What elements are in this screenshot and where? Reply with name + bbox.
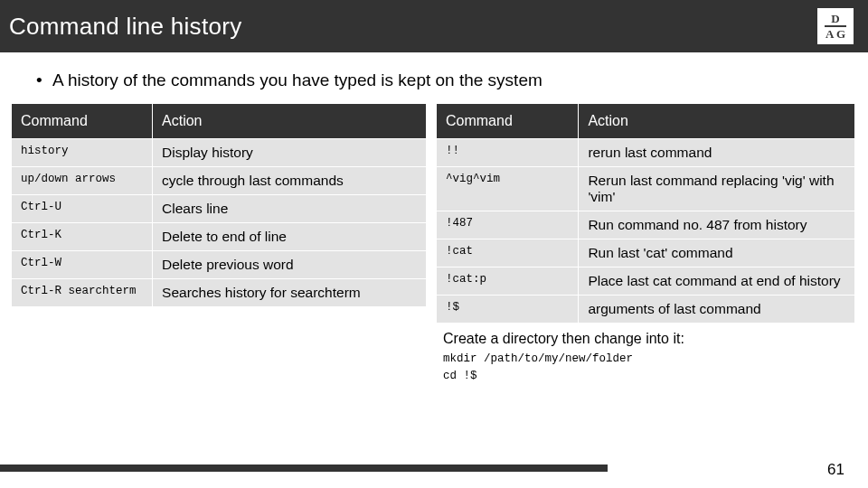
cell-command: !$ <box>437 296 579 324</box>
code-line: mkdir /path/to/my/new/folder <box>443 351 868 368</box>
right-table: Command Action !!rerun last command^vig^… <box>436 103 855 324</box>
left-tbody: historyDisplay historyup/down arrowscycl… <box>12 139 427 307</box>
table-row: !cat:pPlace last cat command at end of h… <box>437 267 855 296</box>
cell-action: Delete to end of line <box>153 223 427 251</box>
cell-action: arguments of last command <box>579 296 855 324</box>
th-action: Action <box>579 104 855 139</box>
cell-command: !! <box>437 139 579 167</box>
cell-action: Rerun last command replacing 'vig' with … <box>579 167 855 211</box>
logo-bottom: A G <box>826 28 845 40</box>
footer-bar <box>0 465 608 472</box>
logo-icon: D A G <box>817 8 854 44</box>
cell-action: Place last cat command at end of history <box>579 267 855 296</box>
table-row: Ctrl-KDelete to end of line <box>12 223 427 251</box>
tables-row: Command Action historyDisplay historyup/… <box>0 103 868 324</box>
table-row: !487Run command no. 487 from history <box>437 211 855 239</box>
cell-action: Run last 'cat' command <box>579 239 855 267</box>
left-table: Command Action historyDisplay historyup/… <box>11 103 427 307</box>
title-bar: Command line history D A G <box>0 0 868 52</box>
logo-top: D <box>831 13 839 24</box>
right-tbody: !!rerun last command^vig^vimRerun last c… <box>437 139 855 324</box>
th-command: Command <box>437 104 579 139</box>
table-row: Ctrl-R searchtermSearches history for se… <box>12 279 427 307</box>
cell-command: Ctrl-R searchterm <box>12 279 153 307</box>
cell-command: ^vig^vim <box>437 167 579 211</box>
table-row: Ctrl-UClears line <box>12 195 427 223</box>
table-row: up/down arrowscycle through last command… <box>12 167 427 195</box>
th-command: Command <box>12 104 153 139</box>
table-row: !$arguments of last command <box>437 296 855 324</box>
cell-action: rerun last command <box>579 139 855 167</box>
cell-command: Ctrl-U <box>12 195 153 223</box>
table-row: ^vig^vimRerun last command replacing 'vi… <box>437 167 855 211</box>
example-title: Create a directory then change into it: <box>0 324 868 351</box>
cell-action: Display history <box>153 139 427 167</box>
cell-command: !487 <box>437 211 579 239</box>
cell-action: Searches history for searchterm <box>153 279 427 307</box>
cell-command: up/down arrows <box>12 167 153 195</box>
cell-command: Ctrl-W <box>12 251 153 279</box>
cell-action: Run command no. 487 from history <box>579 211 855 239</box>
bullet-text: A history of the commands you have typed… <box>0 52 868 103</box>
th-action: Action <box>153 104 427 139</box>
table-row: Ctrl-WDelete previous word <box>12 251 427 279</box>
cell-command: Ctrl-K <box>12 223 153 251</box>
table-row: !catRun last 'cat' command <box>437 239 855 267</box>
example-code: mkdir /path/to/my/new/folder cd !$ <box>0 351 868 385</box>
table-row: historyDisplay history <box>12 139 427 167</box>
code-line: cd !$ <box>443 368 868 385</box>
slide-title: Command line history <box>9 13 241 41</box>
cell-action: Clears line <box>153 195 427 223</box>
cell-command: !cat:p <box>437 267 579 296</box>
cell-command: !cat <box>437 239 579 267</box>
cell-action: Delete previous word <box>153 251 427 279</box>
cell-command: history <box>12 139 153 167</box>
cell-action: cycle through last commands <box>153 167 427 195</box>
table-row: !!rerun last command <box>437 139 855 167</box>
page-number: 61 <box>827 461 844 479</box>
